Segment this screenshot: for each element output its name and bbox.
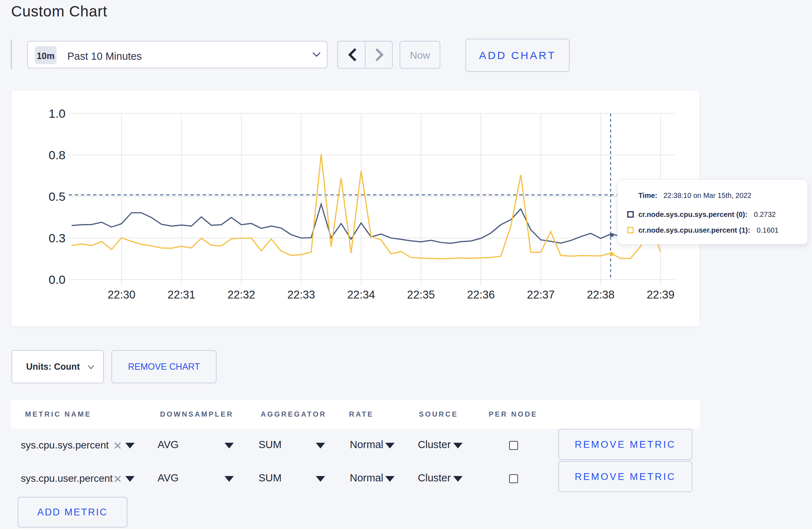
svg-text:22:35: 22:35 xyxy=(407,288,435,301)
svg-text:0.5: 0.5 xyxy=(49,190,66,203)
svg-text:1.0: 1.0 xyxy=(49,107,66,120)
svg-text:22:39: 22:39 xyxy=(647,288,675,301)
svg-text:22:36: 22:36 xyxy=(467,288,495,301)
svg-text:0.3: 0.3 xyxy=(49,231,66,245)
svg-text:22:37: 22:37 xyxy=(527,288,555,301)
svg-text:0.0: 0.0 xyxy=(49,273,66,286)
svg-text:0.8: 0.8 xyxy=(49,148,66,162)
svg-text:22:30: 22:30 xyxy=(108,288,136,301)
svg-text:22:38: 22:38 xyxy=(587,288,615,301)
svg-text:22:31: 22:31 xyxy=(168,288,195,301)
svg-text:22:33: 22:33 xyxy=(287,288,315,301)
svg-text:22:32: 22:32 xyxy=(227,288,255,301)
svg-text:22:34: 22:34 xyxy=(347,288,375,301)
